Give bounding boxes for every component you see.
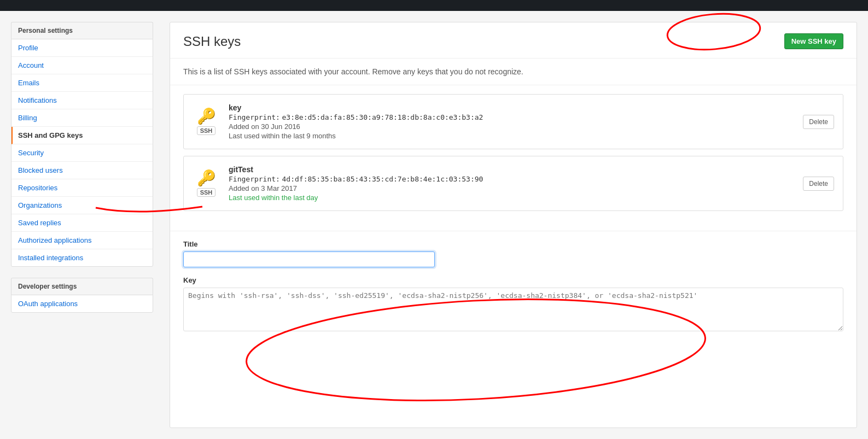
sidebar-item-security[interactable]: Security (11, 144, 153, 162)
key-icon-wrap-0: 🔑 SSH (193, 109, 220, 135)
key-details-0: key Fingerprint: e3:8e:d5:da:fa:85:30:a9… (229, 103, 794, 140)
key-added-0: Added on 30 Jun 2016 (229, 122, 794, 131)
fingerprint-value-0: e3:8e:d5:da:fa:85:30:a9:78:18:db:8a:c0:e… (282, 113, 483, 121)
delete-button-1[interactable]: Delete (803, 177, 834, 191)
top-bar (0, 0, 868, 11)
main-content: SSH keys New SSH key This is a list of S… (170, 22, 857, 428)
title-form-group: Title (183, 240, 843, 267)
personal-settings-nav: Profile Account Emails Notifications Bil… (11, 39, 153, 267)
sidebar: Personal settings Profile Account Emails… (11, 22, 153, 428)
key-form-group: Key (183, 276, 843, 333)
developer-settings-header: Developer settings (11, 278, 153, 295)
page-description: This is a list of SSH keys associated wi… (170, 58, 857, 85)
add-key-form: Title Key (170, 231, 857, 346)
key-added-1: Added on 3 Mar 2017 (229, 184, 794, 192)
sidebar-item-billing[interactable]: Billing (11, 109, 153, 127)
ssh-key-card-0: 🔑 SSH key Fingerprint: e3:8e:d5:da:fa:85… (183, 94, 843, 149)
ssh-key-list: 🔑 SSH key Fingerprint: e3:8e:d5:da:fa:85… (170, 85, 857, 226)
fingerprint-value-1: 4d:df:85:35:ba:85:43:35:cd:7e:b8:4e:1c:0… (282, 175, 483, 183)
key-name-0: key (229, 103, 794, 112)
key-label: Key (183, 276, 843, 284)
key-last-used-0: Last used within the last 9 months (229, 132, 794, 140)
new-ssh-key-button[interactable]: New SSH key (784, 33, 843, 49)
key-name-1: gitTest (229, 165, 794, 174)
sidebar-item-notifications[interactable]: Notifications (11, 92, 153, 109)
fingerprint-label-0: Fingerprint: (229, 113, 280, 121)
sidebar-item-ssh-gpg-keys[interactable]: SSH and GPG keys (11, 127, 153, 144)
page-header: SSH keys New SSH key (170, 22, 857, 58)
key-last-used-1: Last used within the last day (229, 194, 794, 202)
key-textarea[interactable] (183, 288, 843, 331)
layout: Personal settings Profile Account Emails… (0, 11, 868, 439)
key-icon-0: 🔑 (197, 109, 216, 124)
title-input[interactable] (183, 251, 435, 267)
ssh-key-card-1: 🔑 SSH gitTest Fingerprint: 4d:df:85:35:b… (183, 156, 843, 211)
key-fingerprint-1: Fingerprint: 4d:df:85:35:ba:85:43:35:cd:… (229, 175, 794, 183)
delete-button-0[interactable]: Delete (803, 115, 834, 129)
sidebar-item-profile[interactable]: Profile (11, 39, 153, 57)
ssh-badge-1: SSH (197, 188, 216, 197)
key-icon-wrap-1: 🔑 SSH (193, 171, 220, 197)
sidebar-item-account[interactable]: Account (11, 57, 153, 74)
sidebar-item-emails[interactable]: Emails (11, 74, 153, 92)
sidebar-item-installed-integrations[interactable]: Installed integrations (11, 249, 153, 266)
ssh-badge-0: SSH (197, 126, 216, 135)
title-label: Title (183, 240, 843, 248)
personal-settings-header: Personal settings (11, 22, 153, 39)
key-fingerprint-0: Fingerprint: e3:8e:d5:da:fa:85:30:a9:78:… (229, 113, 794, 121)
fingerprint-label-1: Fingerprint: (229, 175, 280, 183)
key-details-1: gitTest Fingerprint: 4d:df:85:35:ba:85:4… (229, 165, 794, 202)
sidebar-item-authorized-applications[interactable]: Authorized applications (11, 232, 153, 249)
sidebar-item-repositories[interactable]: Repositories (11, 179, 153, 197)
developer-settings-nav: OAuth applications (11, 295, 153, 313)
sidebar-item-blocked-users[interactable]: Blocked users (11, 162, 153, 179)
page-title: SSH keys (183, 34, 241, 49)
sidebar-item-oauth-applications[interactable]: OAuth applications (11, 295, 153, 312)
key-icon-1: 🔑 (197, 171, 216, 186)
sidebar-item-saved-replies[interactable]: Saved replies (11, 214, 153, 232)
sidebar-item-organizations[interactable]: Organizations (11, 197, 153, 214)
